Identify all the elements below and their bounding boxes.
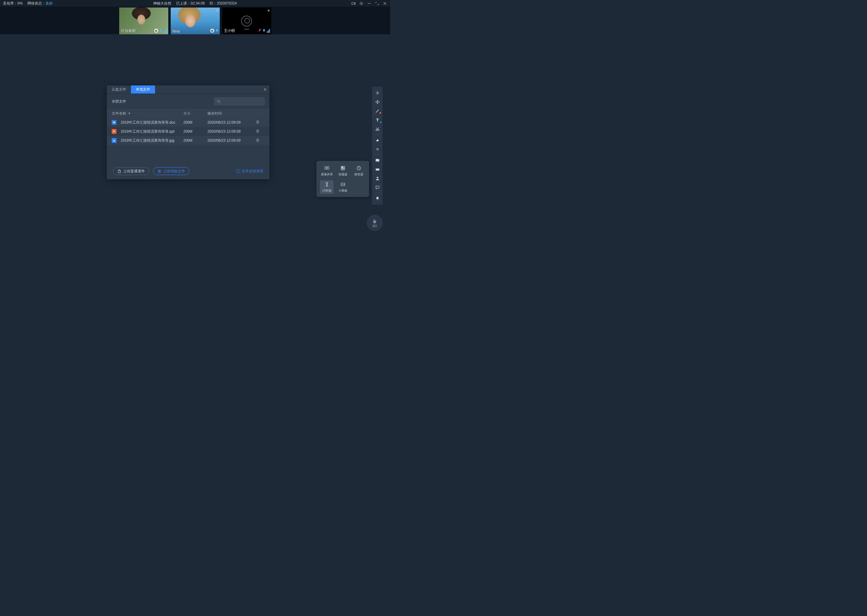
svg-rect-21 <box>343 167 344 168</box>
hand-icon <box>372 218 377 224</box>
tab-local-files[interactable]: 本地文件 <box>131 85 155 94</box>
raise-hand-button[interactable]: 0/2 <box>367 215 383 231</box>
supported-types-link[interactable]: i 文件支持类型 <box>236 169 263 174</box>
screen-share-tool[interactable]: 屏幕共享 <box>320 164 334 178</box>
signal-bars-icon <box>267 28 270 33</box>
column-size[interactable]: 大小 <box>183 111 207 116</box>
mic-on-icon <box>216 28 219 33</box>
maximize-button[interactable] <box>375 1 379 6</box>
file-name: 2019年工作汇报情况查询等等.doc <box>121 120 175 125</box>
pen-tool[interactable] <box>372 107 383 115</box>
text-tool[interactable] <box>372 115 383 124</box>
document-icon <box>117 169 121 173</box>
file-name: 2019年工作汇报情况查询等等.jpg <box>121 138 174 143</box>
mic-on-icon <box>159 28 162 33</box>
sort-caret-icon: ▼ <box>128 112 131 115</box>
video-close-icon[interactable]: × <box>267 8 270 13</box>
network-status: 网络状态：良好 <box>27 1 53 6</box>
mic-muted-icon <box>258 28 261 33</box>
mic-on-icon <box>263 28 265 33</box>
file-time: 2020/06/23 12:09:09 <box>207 120 255 124</box>
cut-tool[interactable] <box>372 124 383 134</box>
image-icon: ▲ <box>112 138 117 143</box>
svg-point-18 <box>377 177 378 178</box>
file-row[interactable]: ▲2019年工作汇报情况查询等等.jpg 200M 2020/06/23 12:… <box>107 136 270 145</box>
file-size: 200M <box>183 129 207 134</box>
participant-name: 王小明 <box>224 28 235 33</box>
svg-line-9 <box>219 102 220 103</box>
file-time: 2020/06/23 12:09:09 <box>207 138 255 143</box>
svg-point-14 <box>377 148 378 150</box>
participant-name: Nina <box>172 29 180 33</box>
svg-point-8 <box>218 100 220 102</box>
room-title: 神秘大自然 <box>153 1 171 6</box>
svg-rect-0 <box>352 2 354 4</box>
folder-tool[interactable] <box>372 156 383 165</box>
hand-count: 0/2 <box>373 225 377 228</box>
delete-icon[interactable] <box>255 129 260 133</box>
eraser-tool[interactable] <box>372 136 383 145</box>
quick-answer-tool[interactable]: 抢答器 <box>352 164 366 178</box>
info-icon: i <box>236 169 240 173</box>
breadcrumb[interactable]: 全部文件 <box>112 99 126 104</box>
signal-bars-icon <box>164 28 167 33</box>
search-input[interactable] <box>214 97 265 105</box>
packet-loss: 丢包率：0% <box>3 1 22 6</box>
upload-normal-button[interactable]: 上传普通课件 <box>113 167 149 175</box>
delete-icon[interactable] <box>255 138 260 142</box>
camera-off-icon <box>241 16 252 27</box>
delete-icon[interactable] <box>255 120 260 124</box>
svg-text:2+3: 2+3 <box>342 184 344 185</box>
dialog-close-icon[interactable]: × <box>264 87 266 92</box>
video-tile-student[interactable]: × Nina ◉ <box>171 8 220 34</box>
bell-tool[interactable] <box>372 194 383 203</box>
user-tool[interactable] <box>372 174 383 183</box>
play-circle-icon <box>158 169 161 173</box>
video-close-icon[interactable]: × <box>216 8 218 13</box>
brightness-tool[interactable] <box>372 145 383 154</box>
tools-popup: 屏幕共享 A 答题器 抢答器 计时器 2+3 小黑板 <box>317 161 369 197</box>
file-row[interactable]: W2019年工作汇报情况查询等等.doc 200M 2020/06/23 12:… <box>107 118 270 127</box>
chat-tool[interactable] <box>372 183 383 192</box>
search-icon <box>217 99 221 104</box>
svg-rect-22 <box>341 168 342 170</box>
column-modified[interactable]: 修改时间 <box>207 111 255 116</box>
file-size: 200M <box>183 138 207 143</box>
top-status-bar: 丢包率：0% 网络状态：良好 神秘大自然 已上课：02:34:09 ID：202… <box>0 0 390 6</box>
video-tile-teacher[interactable]: 叮当老师 ◉ <box>119 8 168 34</box>
participant-name: 叮当老师 <box>121 28 136 33</box>
timer-tool[interactable]: 计时器 <box>320 180 334 194</box>
ppt-icon: P <box>112 129 117 134</box>
svg-rect-23 <box>343 168 344 170</box>
camera-status-icon: ◉ <box>154 28 158 33</box>
column-filename[interactable]: 文件名称▼ <box>112 111 183 116</box>
file-size: 200M <box>183 120 207 124</box>
apps-tool[interactable] <box>372 165 383 174</box>
file-time: 2020/06/23 12:09:09 <box>207 129 255 134</box>
file-dialog: 云盘文件 本地文件 × 全部文件 文件名称▼ 大小 修改时间 W2019年工作汇… <box>107 85 270 179</box>
camera-icon[interactable] <box>351 1 356 6</box>
minimize-button[interactable] <box>367 1 372 6</box>
move-tool[interactable] <box>372 97 383 107</box>
svg-point-11 <box>377 93 378 94</box>
doc-icon: W <box>112 120 117 125</box>
tab-cloud-files[interactable]: 云盘文件 <box>107 85 131 94</box>
video-tile-student[interactable]: × 王小明 <box>222 8 271 34</box>
room-id: ID：2020070324 <box>210 1 237 6</box>
file-table-header: 文件名称▼ 大小 修改时间 <box>107 109 270 118</box>
file-name: 2019年工作汇报情况查询等等.ppt <box>121 129 175 134</box>
svg-point-1 <box>361 3 362 4</box>
file-row[interactable]: P2019年工作汇报情况查询等等.ppt 200M 2020/06/23 12:… <box>107 127 270 136</box>
laser-pointer-tool[interactable] <box>372 88 383 97</box>
settings-icon[interactable] <box>359 1 364 6</box>
class-duration: 已上课：02:34:09 <box>176 1 205 6</box>
mini-board-tool[interactable]: 2+3 小黑板 <box>336 180 350 194</box>
answer-tool[interactable]: A 答题器 <box>336 164 350 178</box>
right-toolbar <box>372 86 383 205</box>
camera-status-icon: ◉ <box>210 28 214 33</box>
close-button[interactable] <box>382 1 387 6</box>
video-strip: 叮当老师 ◉ × Nina ◉ × 王小明 <box>0 6 390 34</box>
upload-dynamic-button[interactable]: 上传动效文件 <box>153 167 189 175</box>
